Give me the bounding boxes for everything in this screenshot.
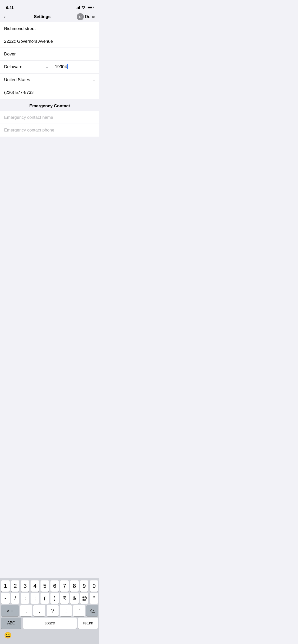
- city-field[interactable]: Dover: [0, 48, 99, 61]
- done-label: Done: [85, 14, 95, 19]
- zip-value: 19904: [55, 64, 68, 69]
- country-field[interactable]: United States ⌄: [0, 74, 99, 86]
- status-icons: [76, 6, 93, 9]
- status-time: 9:41: [6, 5, 13, 10]
- country-value: United States: [4, 77, 30, 82]
- emergency-name-placeholder: Emergency contact name: [4, 115, 53, 120]
- emergency-form-content: Emergency contact name Emergency contact…: [0, 111, 99, 137]
- done-avatar: D: [77, 13, 84, 20]
- street2-field[interactable]: 2222c Governors Avenue: [0, 35, 99, 48]
- phone-field[interactable]: (226) 577-8733: [0, 86, 99, 99]
- country-chevron-icon: ⌄: [92, 78, 95, 82]
- back-button[interactable]: ‹: [4, 13, 8, 21]
- emergency-section: Emergency Contact Emergency contact name…: [0, 99, 99, 137]
- street1-value: Richmond street: [4, 26, 36, 31]
- country-row: United States ⌄: [4, 77, 95, 82]
- wifi-icon: [81, 6, 85, 9]
- nav-bar: ‹ Settings D Done: [0, 11, 99, 22]
- emergency-phone-field[interactable]: Emergency contact phone: [0, 124, 99, 137]
- status-bar: 9:41: [0, 0, 99, 11]
- page-title: Settings: [34, 14, 50, 19]
- street1-field[interactable]: Richmond street: [0, 22, 99, 35]
- street2-value: 2222c Governors Avenue: [4, 39, 53, 44]
- battery-icon: [87, 6, 93, 9]
- form-content: Richmond street 2222c Governors Avenue D…: [0, 22, 99, 99]
- emergency-name-field[interactable]: Emergency contact name: [0, 111, 99, 124]
- done-button[interactable]: D Done: [77, 13, 95, 20]
- emergency-section-header: Emergency Contact: [0, 99, 99, 111]
- zip-field[interactable]: 19904: [52, 64, 100, 69]
- phone-value: (226) 577-8733: [4, 90, 34, 95]
- emergency-section-title: Emergency Contact: [29, 104, 70, 108]
- emergency-phone-placeholder: Emergency contact phone: [4, 128, 55, 133]
- state-value: Delaware: [4, 64, 22, 69]
- state-zip-row: Delaware ⌄ 19904: [0, 61, 99, 74]
- signal-icon: [76, 6, 80, 9]
- state-chevron-icon: ⌄: [46, 65, 49, 69]
- city-value: Dover: [4, 52, 16, 57]
- state-field[interactable]: Delaware ⌄: [0, 64, 52, 69]
